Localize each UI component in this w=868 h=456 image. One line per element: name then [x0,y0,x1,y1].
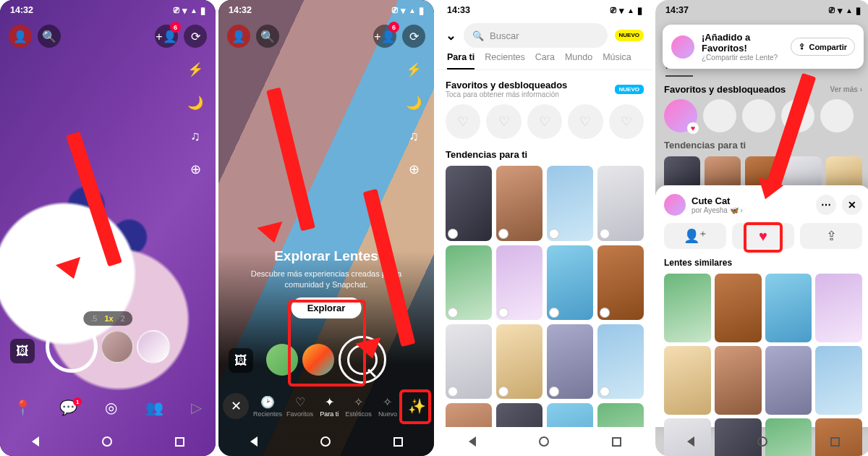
lens-explorer-button[interactable] [339,336,386,384]
favorite-slot[interactable]: ♡ [609,104,644,139]
lens-tile[interactable] [664,346,711,415]
tab-nuevo[interactable]: ✧Nuevo [376,395,399,418]
close-lenses-button[interactable]: ✕ [223,393,249,419]
lens-chip-1[interactable] [101,330,134,363]
favorite-slot[interactable]: ♡ [568,104,603,139]
share-action-button[interactable]: ⇪ [800,223,862,249]
tab-musica[interactable]: Música [603,52,631,69]
tab-stories-icon[interactable]: 👥 [145,399,163,416]
nav-back-icon[interactable] [687,436,694,447]
lens-tile[interactable] [496,166,542,240]
nav-back-icon[interactable] [32,436,39,447]
nav-home-icon[interactable] [757,436,767,447]
favorite-slot[interactable]: ♡ [486,104,521,139]
nav-back-icon[interactable] [250,436,258,447]
toast-subtitle: ¿Compartir este Lente? [702,54,783,62]
lens-tile[interactable] [547,245,593,320]
favorite-slot[interactable] [820,99,854,132]
night-icon[interactable]: 🌙 [184,91,207,114]
add-user-button[interactable]: 👤⁺ [664,223,726,249]
favorite-slot[interactable] [703,99,736,132]
tab-para-ti[interactable]: ✦Para ti [318,395,341,418]
tab-spotlight-icon[interactable]: ▷ [191,399,202,416]
more-button[interactable]: ⋯ [816,195,836,215]
flip-camera-button[interactable]: ⟳ [402,25,425,48]
explore-button[interactable]: Explorar [292,297,362,318]
nav-recents-icon[interactable] [612,437,621,447]
lens-tile[interactable] [664,274,711,342]
tab-recientes[interactable]: Recientes [485,52,525,69]
nav-home-icon[interactable] [539,436,549,447]
lens-tile[interactable] [597,166,644,240]
search-input[interactable]: 🔍 Buscar [464,23,608,48]
favorite-slot[interactable]: ♡ [527,104,562,139]
flash-icon[interactable]: ⚡ [402,58,425,81]
lens-tile[interactable] [446,166,492,240]
lens-tile[interactable] [446,245,492,320]
tab-favoritos[interactable]: ♡Favoritos [286,395,313,418]
lens-tile[interactable] [446,403,492,427]
see-more-link[interactable]: Ver más › [830,85,862,93]
add-friend-button[interactable]: +👤 6 [155,25,178,48]
tab-recientes[interactable]: 🕑Recientes [253,395,282,418]
lens-tile[interactable] [597,403,644,427]
lens-tile[interactable] [815,274,862,342]
nav-recents-icon[interactable] [830,437,840,447]
close-button[interactable]: ✕ [842,195,862,215]
lens-chip[interactable] [266,344,298,376]
lens-tile[interactable] [496,324,542,399]
profile-button[interactable]: 👤 [227,25,250,48]
tab-map-icon[interactable]: 📍 [14,399,32,416]
lens-author[interactable]: por Ayesha 🦋 › [692,206,743,214]
search-button[interactable]: 🔍 [256,25,279,48]
tab-chat-icon[interactable]: 💬1 [59,399,77,416]
lens-tile[interactable] [597,245,644,320]
lens-chip-2[interactable] [137,330,170,363]
add-user-icon: 👤⁺ [684,228,707,244]
nav-home-icon[interactable] [320,436,331,447]
flip-camera-button[interactable]: ⟳ [184,25,207,48]
lens-tile[interactable] [547,166,593,240]
add-friend-button[interactable]: +👤6 [373,25,396,48]
lens-tile[interactable] [597,324,644,399]
tab-mundo[interactable]: Mundo [565,52,592,69]
lens-tile[interactable] [815,346,862,415]
lens-chip[interactable] [302,344,334,376]
tab-para-ti[interactable]: Para ti [447,52,475,69]
lens-tile[interactable] [765,274,812,342]
lens-tile[interactable] [765,346,812,415]
collapse-button[interactable]: ⌄ [446,28,456,43]
lens-tile[interactable] [715,274,762,342]
tab-cara[interactable]: Cara [535,52,555,69]
favorite-slot[interactable]: ♡ [446,104,480,139]
lens-browse-button[interactable]: ✨ [404,393,430,419]
tab-esteticos[interactable]: ✧Estéticos [345,395,372,418]
share-button[interactable]: ⇪ Compartir [791,38,855,56]
plus-icon[interactable]: ⊕ [184,158,207,181]
favorite-slot[interactable] [781,99,814,132]
music-icon[interactable]: ♫ [184,124,207,148]
tab-camera-icon[interactable]: ◎ [105,399,117,416]
lens-tile[interactable] [496,403,542,427]
nav-recents-icon[interactable] [175,437,184,447]
music-icon[interactable]: ♫ [402,124,425,148]
shutter-button[interactable] [46,321,98,373]
nav-recents-icon[interactable] [393,437,403,447]
night-icon[interactable]: 🌙 [402,91,425,114]
lens-tile[interactable] [496,245,542,320]
flash-icon[interactable]: ⚡ [184,58,207,81]
lens-tile[interactable] [715,346,762,415]
search-button[interactable]: 🔍 [38,25,61,48]
nuevo-badge[interactable]: NUEVO [615,30,644,41]
favorite-lens[interactable]: ♥ [664,99,697,132]
profile-button[interactable]: 👤 [9,25,32,48]
lens-tile[interactable] [547,324,593,399]
nav-home-icon[interactable] [102,436,112,447]
nav-back-icon[interactable] [469,436,476,447]
lens-tile[interactable] [446,324,492,399]
plus-icon[interactable]: ⊕ [402,158,425,181]
favorite-button[interactable]: ♥ [732,223,794,249]
sparkle-icon: ✦ [325,395,334,409]
favorite-slot[interactable] [742,99,775,132]
lens-tile[interactable] [547,403,593,427]
